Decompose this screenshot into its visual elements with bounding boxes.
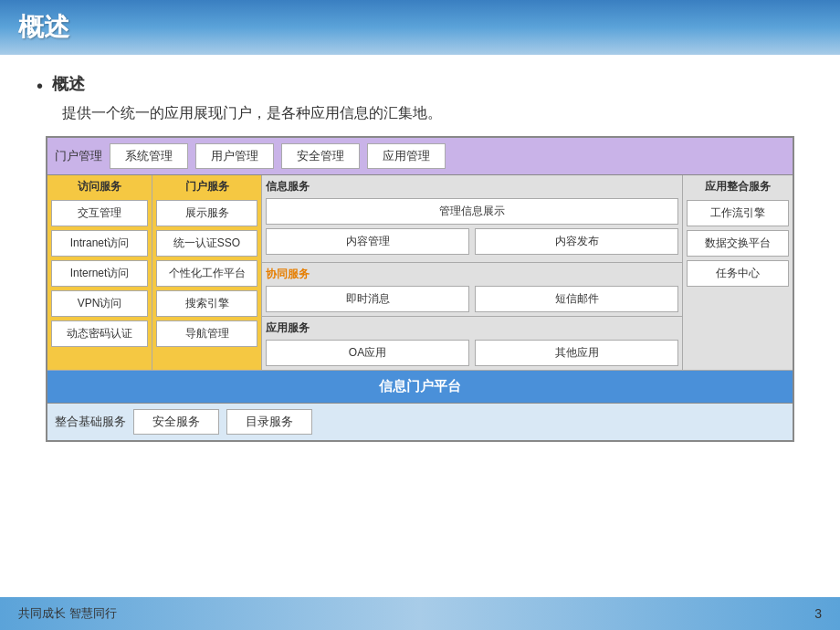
data-exchange-button[interactable]: 数据交换平台 — [687, 230, 789, 257]
main-content: • 概述 提供一个统一的应用展现门户，是各种应用信息的汇集地。 门户管理 系统管… — [0, 55, 840, 451]
bullet-section: • 概述 — [37, 73, 803, 99]
diagram-body: 访问服务 交互管理 Intranet访问 Internet访问 VPN访问 动态… — [47, 174, 793, 370]
user-mgmt-button[interactable]: 用户管理 — [195, 143, 274, 169]
other-app-button[interactable]: 其他应用 — [475, 340, 678, 366]
task-center-button[interactable]: 任务中心 — [687, 260, 789, 287]
intranet-access-button[interactable]: Intranet访问 — [51, 230, 148, 257]
content-mgmt-button[interactable]: 内容管理 — [266, 228, 469, 255]
footer-page-number: 3 — [814, 606, 822, 621]
vpn-access-button[interactable]: VPN访问 — [51, 290, 148, 317]
app-service: 应用服务 OA应用 其他应用 — [262, 317, 682, 370]
app-row: OA应用 其他应用 — [266, 340, 678, 366]
middle-column: 信息服务 管理信息展示 内容管理 内容发布 协同服务 即时消息 短信邮件 — [262, 175, 683, 370]
info-service: 信息服务 管理信息展示 内容管理 内容发布 — [262, 175, 682, 263]
footer-slogan: 共同成长 智慧同行 — [18, 605, 117, 622]
display-service-button[interactable]: 展示服务 — [156, 200, 257, 226]
app-service-title: 应用服务 — [266, 320, 678, 336]
info-row2: 内容管理 内容发布 — [266, 228, 678, 255]
platform-bar: 信息门户平台 — [47, 370, 793, 403]
security-service-button[interactable]: 安全服务 — [133, 409, 219, 435]
mgmt-bar-label: 门户管理 — [55, 148, 102, 164]
access-title: 访问服务 — [51, 179, 148, 194]
personalized-platform-button[interactable]: 个性化工作平台 — [156, 260, 257, 287]
interact-mgmt-button[interactable]: 交互管理 — [51, 200, 148, 226]
right-title: 应用整合服务 — [687, 179, 789, 194]
dynamic-password-button[interactable]: 动态密码认证 — [51, 320, 148, 347]
description-text: 提供一个统一的应用展现门户，是各种应用信息的汇集地。 — [62, 104, 803, 123]
search-engine-button[interactable]: 搜索引擎 — [156, 290, 257, 317]
oa-app-button[interactable]: OA应用 — [266, 340, 469, 366]
security-mgmt-button[interactable]: 安全管理 — [281, 143, 360, 169]
workflow-button[interactable]: 工作流引擎 — [687, 200, 789, 226]
collab-service-title: 协同服务 — [266, 267, 678, 282]
access-column: 访问服务 交互管理 Intranet访问 Internet访问 VPN访问 动态… — [47, 175, 152, 370]
portal-title: 门户服务 — [156, 179, 257, 194]
sys-mgmt-button[interactable]: 系统管理 — [110, 143, 188, 169]
mgmt-bar: 门户管理 系统管理 用户管理 安全管理 应用管理 — [47, 138, 793, 174]
portal-column: 门户服务 展示服务 统一认证SSO 个性化工作平台 搜索引擎 导航管理 — [152, 175, 262, 370]
content-publish-button[interactable]: 内容发布 — [475, 228, 678, 255]
info-service-title: 信息服务 — [266, 179, 678, 194]
bottom-bar: 整合基础服务 安全服务 目录服务 — [47, 403, 793, 440]
mgmt-info-display-button[interactable]: 管理信息展示 — [266, 198, 678, 225]
architecture-diagram: 门户管理 系统管理 用户管理 安全管理 应用管理 访问服务 交互管理 Intra… — [46, 136, 794, 442]
internet-access-button[interactable]: Internet访问 — [51, 260, 148, 287]
collab-service: 协同服务 即时消息 短信邮件 — [262, 263, 682, 317]
directory-service-button[interactable]: 目录服务 — [226, 409, 312, 435]
instant-msg-button[interactable]: 即时消息 — [266, 286, 469, 312]
page-title: 概述 — [18, 10, 69, 45]
bottom-label: 整合基础服务 — [55, 414, 126, 430]
sms-mail-button[interactable]: 短信邮件 — [475, 286, 678, 312]
collab-row: 即时消息 短信邮件 — [266, 286, 678, 312]
header: 概述 — [0, 0, 840, 55]
bullet-text: 概述 — [52, 73, 85, 95]
sso-button[interactable]: 统一认证SSO — [156, 230, 257, 257]
bullet-dot: • — [37, 73, 43, 99]
footer: 共同成长 智慧同行 3 — [0, 597, 840, 630]
info-row1: 管理信息展示 — [266, 198, 678, 225]
right-column: 应用整合服务 工作流引擎 数据交换平台 任务中心 — [683, 175, 793, 370]
nav-mgmt-button[interactable]: 导航管理 — [156, 320, 257, 347]
app-mgmt-button[interactable]: 应用管理 — [367, 143, 446, 169]
